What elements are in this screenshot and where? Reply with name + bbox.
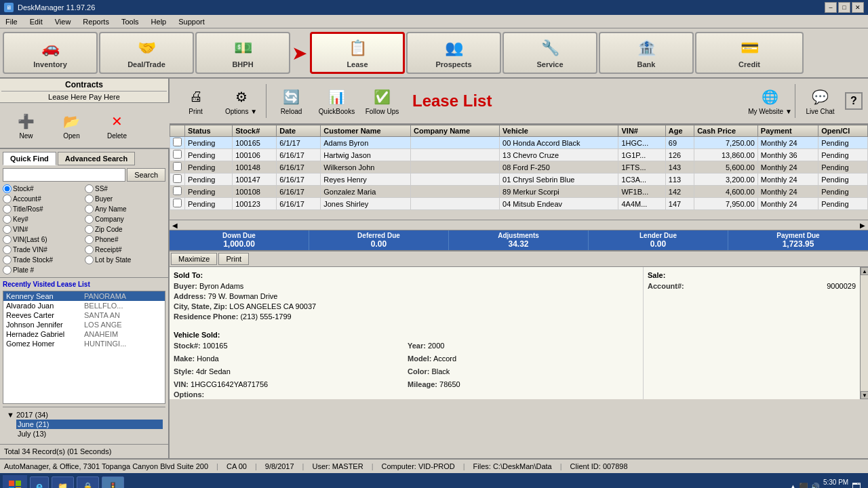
maximize-button[interactable]: □	[838, 2, 850, 13]
menu-help[interactable]: Help	[149, 16, 170, 27]
taskbar-app-button[interactable]: 🚦	[102, 476, 124, 488]
menu-view[interactable]: View	[52, 16, 74, 27]
followups-button[interactable]: ✅ Follow Ups	[360, 81, 404, 121]
scroll-up-btn[interactable]: ▲	[861, 267, 868, 275]
col-vehicle[interactable]: Vehicle	[500, 125, 618, 137]
help-button[interactable]: ?	[844, 81, 864, 121]
table-row[interactable]: Pending 100108 6/16/17 Gonzalez Maria 89…	[170, 186, 868, 198]
nav-bhph[interactable]: 💵 BHPH	[195, 32, 290, 74]
tab-advanced-search[interactable]: Advanced Search	[58, 152, 135, 165]
nav-service[interactable]: 🔧 Service	[502, 32, 597, 74]
detail-print-button[interactable]: Print	[218, 253, 249, 265]
col-opencl[interactable]: Open/Cl	[818, 125, 868, 137]
col-status[interactable]: Status	[185, 125, 233, 137]
menu-reports[interactable]: Reports	[80, 16, 112, 27]
detail-scrollbar[interactable]: ▲ ▼	[860, 267, 868, 399]
detail-area: Maximize Print Sold To: Buyer: Byron Ada…	[170, 250, 868, 399]
nav-lease[interactable]: 📋 Lease	[310, 32, 405, 74]
menu-support[interactable]: Support	[176, 16, 208, 27]
nav-deal-trade[interactable]: 🤝 Deal/Trade	[99, 32, 194, 74]
col-payment[interactable]: Payment	[757, 125, 818, 137]
maximize-button[interactable]: Maximize	[171, 253, 217, 265]
radio-anyname[interactable]: Any Name	[85, 205, 165, 214]
open-button[interactable]: 📂 Open	[50, 106, 94, 145]
radio-ss[interactable]: SS#	[85, 184, 165, 193]
start-button[interactable]	[3, 475, 27, 488]
radio-titleros[interactable]: Title/Ros#	[3, 205, 83, 214]
radio-tradestock[interactable]: Trade Stock#	[3, 256, 83, 264]
col-date[interactable]: Date	[277, 125, 321, 137]
taskbar-edge-button[interactable]: e	[30, 476, 49, 488]
scroll-right-btn[interactable]: ▶	[860, 222, 865, 229]
table-scroll[interactable]: Status Stock# Date Customer Name Company…	[170, 125, 868, 220]
table-row[interactable]: Pending 100106 6/16/17 Hartwig Jason 13 …	[170, 149, 868, 161]
radio-account[interactable]: Account#	[3, 195, 83, 203]
menu-edit[interactable]: Edit	[27, 16, 45, 27]
nav-credit[interactable]: 💳 Credit	[695, 32, 804, 74]
col-company[interactable]: Company Name	[411, 125, 500, 137]
quickbooks-button[interactable]: 📊 QuickBooks	[315, 81, 359, 121]
tab-quick-find[interactable]: Quick Find	[3, 152, 56, 165]
close-button[interactable]: ✕	[852, 2, 864, 13]
radio-key[interactable]: Key#	[3, 215, 83, 224]
row-checkbox-4[interactable]	[170, 186, 185, 198]
minimize-button[interactable]: –	[825, 2, 837, 13]
row-checkbox-1[interactable]	[170, 149, 185, 161]
col-stock[interactable]: Stock#	[233, 125, 277, 137]
sale-title: Sale:	[648, 271, 856, 279]
radio-vin[interactable]: VIN#	[3, 225, 83, 234]
scroll-left-btn[interactable]: ◀	[172, 222, 178, 229]
row-checkbox-5[interactable]	[170, 198, 185, 210]
livechat-button[interactable]: 💬 Live Chat	[798, 81, 842, 121]
radio-company[interactable]: Company	[85, 215, 165, 224]
scroll-down-btn[interactable]: ▼	[861, 391, 868, 399]
row-checkbox-2[interactable]	[170, 161, 185, 174]
tree-month-june[interactable]: June (21)	[16, 420, 163, 429]
col-age[interactable]: Age	[665, 125, 694, 137]
window-controls[interactable]: – □ ✕	[825, 2, 864, 13]
search-input[interactable]	[3, 168, 125, 182]
table-row[interactable]: Pending 100165 6/1/17 Adams Byron 00 Hon…	[170, 137, 868, 149]
rv-item-0[interactable]: Kennery Sean PANORAMA	[3, 291, 165, 301]
menu-file[interactable]: File	[3, 16, 20, 27]
radio-vinlast6[interactable]: VIN(Last 6)	[3, 235, 83, 244]
radio-receipt[interactable]: Receipt#	[85, 245, 165, 254]
col-vin[interactable]: VIN#	[618, 125, 665, 137]
main-print-button[interactable]: 🖨 Print	[174, 81, 218, 121]
rv-item-5[interactable]: Gomez Homer HUNTINGI...	[3, 339, 165, 348]
radio-stock[interactable]: Stock#	[3, 184, 83, 193]
col-customer[interactable]: Customer Name	[321, 125, 411, 137]
radio-lotbystate[interactable]: Lot by State	[85, 256, 165, 264]
menu-tools[interactable]: Tools	[119, 16, 142, 27]
row-checkbox-3[interactable]	[170, 174, 185, 186]
reload-button[interactable]: 🔄 Reload	[269, 81, 313, 121]
taskbar-lock-button[interactable]: 🔒	[77, 476, 99, 488]
mywebsite-button[interactable]: 🌐 My Website ▼	[748, 81, 792, 121]
row-checkbox-0[interactable]	[170, 137, 185, 149]
nav-inventory[interactable]: 🚗 Inventory	[3, 32, 98, 74]
nav-prospects[interactable]: 👥 Prospects	[406, 32, 501, 74]
vehicle-details-grid: Stock#: 100165 Year: 2000 Make: Honda	[174, 342, 639, 390]
rv-item-1[interactable]: Alvarado Juan BELLFLO...	[3, 301, 165, 310]
taskbar-folder-button[interactable]: 📁	[52, 476, 74, 488]
nav-bank[interactable]: 🏦 Bank	[599, 32, 694, 74]
radio-phone[interactable]: Phone#	[85, 235, 165, 244]
radio-zip[interactable]: Zip Code	[85, 225, 165, 234]
rv-item-3[interactable]: Johnson Jennifer LOS ANGE	[3, 320, 165, 329]
rv-item-4[interactable]: Hernadez Gabriel ANAHEIM	[3, 329, 165, 339]
radio-plate[interactable]: Plate #	[3, 266, 83, 274]
radio-tradevin[interactable]: Trade VIN#	[3, 245, 83, 254]
radio-buyer[interactable]: Buyer	[85, 195, 165, 203]
rv-item-2[interactable]: Reeves Carter SANTA AN	[3, 310, 165, 320]
table-row[interactable]: Pending 100123 6/16/17 Jones Shirley 04 …	[170, 198, 868, 210]
table-row[interactable]: Pending 100147 6/16/17 Reyes Henry 01 Ch…	[170, 174, 868, 186]
search-button[interactable]: Search	[127, 168, 165, 182]
tree-month-july[interactable]: July (13)	[16, 429, 163, 439]
options-button[interactable]: ⚙ Options ▼	[219, 81, 263, 121]
tree-year[interactable]: ▼ 2017 (34)	[5, 410, 163, 420]
new-button[interactable]: ➕ New	[4, 106, 48, 145]
row-status-2: Pending	[185, 161, 233, 174]
delete-button[interactable]: ✕ Delete	[95, 106, 139, 145]
table-row[interactable]: Pending 100148 6/16/17 Wilkerson John 08…	[170, 161, 868, 174]
col-cash-price[interactable]: Cash Price	[694, 125, 758, 137]
